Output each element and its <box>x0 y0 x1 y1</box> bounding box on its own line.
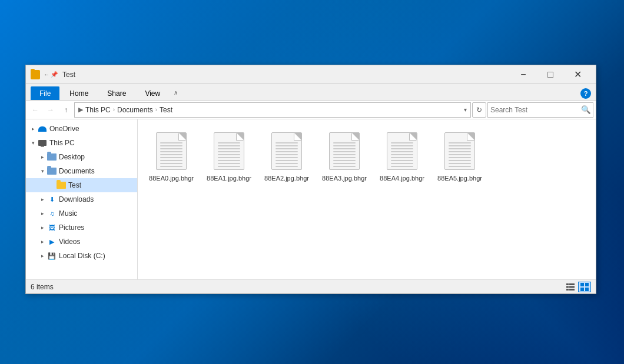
breadcrumb-this-pc[interactable]: This PC <box>85 106 111 114</box>
sidebar-item-videos[interactable]: ▶ Videos <box>26 235 137 249</box>
svg-rect-5 <box>569 289 575 290</box>
tab-share[interactable]: Share <box>98 86 135 100</box>
file-label-2: 88EA2.jpg.bhgr <box>264 174 309 182</box>
file-label-3: 88EA3.jpg.bhgr <box>322 174 367 182</box>
expand-downloads-icon <box>38 195 47 204</box>
expand-localdisk-icon <box>38 251 47 261</box>
qa-back[interactable]: ← <box>44 71 49 78</box>
breadcrumb-documents[interactable]: Documents <box>117 106 153 114</box>
forward-button[interactable]: → <box>44 103 58 117</box>
file-icon-wrapper <box>384 131 420 172</box>
search-input[interactable] <box>490 106 579 114</box>
sidebar-item-music[interactable]: ♫ Music <box>26 206 137 221</box>
address-bar[interactable]: ▶ This PC › Documents › Test ▾ <box>74 102 471 118</box>
nav-bar: ← → ↑ ▶ This PC › Documents › Test ▾ ↻ 🔍 <box>26 101 596 119</box>
sidebar-label-documents: Documents <box>59 167 95 175</box>
file-icon-wrapper <box>154 131 189 172</box>
expand-music-icon <box>38 209 47 218</box>
sidebar-item-thispc[interactable]: This PC <box>26 136 137 150</box>
music-icon: ♫ <box>47 209 57 218</box>
sidebar-label-music: Music <box>59 209 77 218</box>
title-bar: ← 📌 Test − □ ✕ <box>26 65 596 84</box>
tab-file[interactable]: File <box>31 86 59 100</box>
file-label-1: 88EA1.jpg.bhgr <box>207 174 251 182</box>
sidebar-item-desktop[interactable]: Desktop <box>26 150 137 164</box>
file-item-2[interactable]: 88EA2.jpg.bhgr <box>260 126 313 186</box>
list-view-button[interactable] <box>564 282 577 292</box>
expand-desktop-icon <box>38 152 47 162</box>
file-icon-2 <box>271 132 302 170</box>
window-icon <box>31 70 40 79</box>
sidebar-item-downloads[interactable]: ⬇ Downloads <box>26 192 137 206</box>
minimize-button[interactable]: − <box>510 65 537 84</box>
sidebar-item-test[interactable]: Test <box>26 178 137 192</box>
sidebar-label-downloads: Downloads <box>59 195 94 203</box>
expand-onedrive-icon <box>28 124 38 133</box>
sidebar-label-desktop: Desktop <box>59 153 85 161</box>
file-item-3[interactable]: 88EA3.jpg.bhgr <box>318 126 371 186</box>
view-buttons <box>564 282 591 292</box>
sidebar-label-pictures: Pictures <box>59 223 84 232</box>
maximize-button[interactable]: □ <box>537 65 564 84</box>
sidebar-label-onedrive: OneDrive <box>49 125 79 133</box>
qa-pin[interactable]: 📌 <box>51 71 58 78</box>
breadcrumb-sep-1: › <box>113 106 115 113</box>
sidebar-item-pictures[interactable]: 🖼 Pictures <box>26 221 137 235</box>
file-icon-3 <box>329 132 360 170</box>
refresh-button[interactable]: ↻ <box>472 102 486 118</box>
file-item-4[interactable]: 88EA4.jpg.bhgr <box>376 126 429 186</box>
svg-rect-8 <box>580 288 584 291</box>
status-item-count: 6 items <box>31 283 564 291</box>
svg-rect-3 <box>569 286 575 288</box>
file-icon-wrapper <box>442 131 477 172</box>
close-button[interactable]: ✕ <box>564 65 591 84</box>
file-item-1[interactable]: 88EA1.jpg.bhgr <box>203 126 255 186</box>
window-controls: − □ ✕ <box>510 65 591 84</box>
grid-view-button[interactable] <box>578 282 591 292</box>
svg-rect-2 <box>566 286 569 288</box>
back-button[interactable]: ← <box>28 103 42 117</box>
up-button[interactable]: ↑ <box>59 103 73 117</box>
documents-icon <box>47 166 57 176</box>
test-folder-icon <box>57 181 66 190</box>
tab-view[interactable]: View <box>136 86 169 100</box>
sidebar-item-documents[interactable]: Documents <box>26 164 137 178</box>
expand-documents-icon <box>38 166 47 176</box>
file-icon-wrapper <box>269 131 304 172</box>
ribbon-tabs: File Home Share View ∧ ? <box>26 84 596 101</box>
search-bar[interactable]: 🔍 <box>487 102 593 118</box>
file-icon-wrapper <box>327 131 362 172</box>
breadcrumb-sep-2: › <box>155 106 157 113</box>
help-button[interactable]: ? <box>580 88 591 99</box>
file-item-5[interactable]: 88EA5.jpg.bhgr <box>433 126 486 186</box>
main-area: OneDrive This PC Desktop <box>26 119 596 279</box>
breadcrumb-test: Test <box>160 106 172 114</box>
window-title: Test <box>62 71 510 79</box>
file-icon-wrapper <box>211 131 247 172</box>
videos-icon: ▶ <box>47 237 57 246</box>
search-button[interactable]: 🔍 <box>581 104 591 116</box>
expand-pictures-icon <box>38 223 47 232</box>
status-bar: 6 items <box>26 279 596 293</box>
expand-videos-icon <box>38 237 47 246</box>
pictures-icon: 🖼 <box>47 223 57 232</box>
file-item-0[interactable]: 88EA0.jpg.bhgr <box>145 126 198 186</box>
file-icon-1 <box>214 132 244 170</box>
file-label-5: 88EA5.jpg.bhgr <box>437 174 482 182</box>
sidebar-item-onedrive[interactable]: OneDrive <box>26 122 137 136</box>
downloads-icon: ⬇ <box>47 195 57 204</box>
ribbon-collapse-icon[interactable]: ∧ <box>170 87 181 98</box>
onedrive-icon <box>38 124 47 133</box>
svg-rect-0 <box>566 283 569 285</box>
disk-icon: 💾 <box>47 251 57 261</box>
sidebar-item-localdisk[interactable]: 💾 Local Disk (C:) <box>26 249 137 263</box>
svg-rect-1 <box>569 283 575 285</box>
computer-icon <box>38 138 47 148</box>
file-icon-4 <box>387 132 417 170</box>
file-area: 88EA0.jpg.bhgr 88E <box>138 119 596 279</box>
svg-rect-7 <box>585 283 589 286</box>
svg-rect-9 <box>585 288 589 291</box>
sidebar-label-test: Test <box>68 181 81 189</box>
tab-home[interactable]: Home <box>61 86 97 100</box>
address-dropdown-icon[interactable]: ▾ <box>464 106 467 113</box>
